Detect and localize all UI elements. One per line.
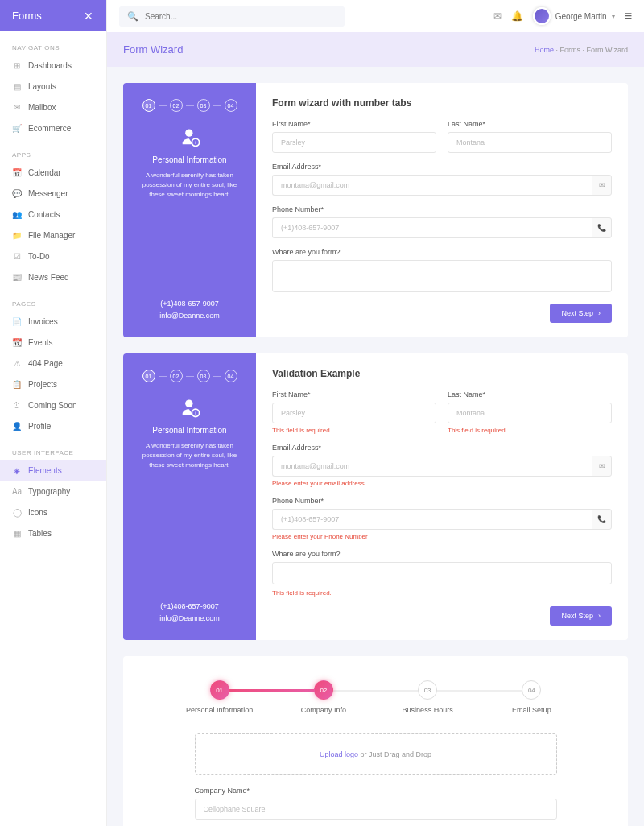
step-4[interactable]: 04 xyxy=(225,370,237,382)
wizard-side: 01 02 03 04 i Personal Information A won… xyxy=(123,353,256,640)
first-name-input[interactable] xyxy=(272,132,436,153)
step-3[interactable]: 03 xyxy=(197,99,210,112)
collapse-icon[interactable]: ✕ xyxy=(83,10,94,22)
sidebar-item-dashboards[interactable]: ⊞Dashboards xyxy=(0,55,106,76)
sidebar-item-label: Dashboards xyxy=(28,61,72,70)
error-text: This field is required. xyxy=(272,427,436,434)
hstep-indicator: 01 Personal Information 02 Company Info … xyxy=(167,680,584,714)
phone-label: Phone Number* xyxy=(272,497,612,505)
sidebar-item-label: Messenger xyxy=(28,189,68,198)
sidebar-item-label: Calendar xyxy=(28,168,61,177)
sidebar-item-coming-soon[interactable]: ⏱Coming Soon xyxy=(0,394,106,415)
sidebar-item-layouts[interactable]: ▤Layouts xyxy=(0,76,106,97)
sidebar-item-icons[interactable]: ◯Icons xyxy=(0,502,106,522)
user-menu[interactable]: George Martin ▾ xyxy=(533,7,615,25)
chevron-right-icon: › xyxy=(598,309,601,317)
mail-icon[interactable]: ✉ xyxy=(493,10,502,22)
step-1[interactable]: 01 xyxy=(142,99,155,112)
hstep-3[interactable]: 03 Business Hours xyxy=(376,680,480,714)
sidebar-item-ecommerce[interactable]: 🛒Ecommerce xyxy=(0,118,106,138)
upload-logo-zone[interactable]: Upload logo or Just Drag and Drop xyxy=(195,733,557,775)
nav-heading: PAGES xyxy=(0,297,106,311)
sidebar-item-404-page[interactable]: ⚠404 Page xyxy=(0,353,106,374)
last-name-label: Last Name* xyxy=(448,390,612,399)
hstep-4[interactable]: 04 Email Setup xyxy=(480,680,584,714)
typography-icon: Aa xyxy=(12,486,22,496)
where-input[interactable] xyxy=(272,260,612,292)
sidebar-item-label: 404 Page xyxy=(28,359,63,368)
chevron-down-icon: ▾ xyxy=(612,13,615,20)
to-do-icon: ☑ xyxy=(12,251,22,261)
phone-input[interactable] xyxy=(272,217,592,238)
wizard-validation: 01 02 03 04 i Personal Information A won… xyxy=(123,353,628,640)
sidebar-item-label: Elements xyxy=(28,466,62,475)
sidebar-item-invoices[interactable]: 📄Invoices xyxy=(0,311,106,332)
side-contact: (+1)408-657-9007 info@Deanne.com xyxy=(159,536,220,624)
step-2[interactable]: 02 xyxy=(170,370,183,382)
first-name-label: First Name* xyxy=(272,120,436,128)
where-input[interactable] xyxy=(272,562,612,584)
sidebar-item-messenger[interactable]: 💬Messenger xyxy=(0,183,106,204)
events-icon: 📆 xyxy=(12,337,22,347)
sidebar-item-label: To-Do xyxy=(28,252,50,261)
ecommerce-icon: 🛒 xyxy=(12,123,22,133)
step-3[interactable]: 03 xyxy=(197,370,210,382)
next-step-button[interactable]: Next Step› xyxy=(550,304,612,323)
sidebar-item-contacts[interactable]: 👥Contacts xyxy=(0,204,106,225)
search-input[interactable] xyxy=(145,12,336,21)
phone-label: Phone Number* xyxy=(272,205,612,213)
avatar xyxy=(533,7,551,25)
notification-icon[interactable]: 🔔 xyxy=(511,10,523,22)
icons-icon: ◯ xyxy=(12,507,22,517)
sidebar-item-mailbox[interactable]: ✉Mailbox xyxy=(0,97,106,118)
layouts-icon: ▤ xyxy=(12,81,22,91)
user-name: George Martin xyxy=(555,12,607,21)
next-step-button[interactable]: Next Step› xyxy=(550,606,612,626)
sidebar-item-file-manager[interactable]: 📁File Manager xyxy=(0,225,106,246)
last-name-label: Last Name* xyxy=(448,120,612,128)
phone-input[interactable] xyxy=(272,509,592,530)
card-title: Validation Example xyxy=(272,368,612,379)
sidebar-item-profile[interactable]: 👤Profile xyxy=(0,415,106,436)
tables-icon: ▦ xyxy=(12,528,22,538)
email-input[interactable] xyxy=(272,456,592,477)
side-title: Personal Information xyxy=(152,426,226,435)
chevron-right-icon: › xyxy=(598,612,601,620)
email-input[interactable] xyxy=(272,175,592,196)
hstep-1[interactable]: 01 Personal Information xyxy=(167,680,271,714)
step-4[interactable]: 04 xyxy=(225,99,237,112)
nav-heading: USER INTERFACE xyxy=(0,446,106,460)
sidebar-item-label: Events xyxy=(28,338,53,347)
projects-icon: 📋 xyxy=(12,379,22,389)
last-name-input[interactable] xyxy=(448,132,612,153)
hamburger-icon[interactable]: ≡ xyxy=(625,9,632,23)
sidebar-item-news-feed[interactable]: 📰News Feed xyxy=(0,266,106,287)
hstep-2[interactable]: 02 Company Info xyxy=(271,680,375,714)
sidebar-item-typography[interactable]: AaTypography xyxy=(0,481,106,502)
wizard-number-tabs: 01 02 03 04 i Personal Information A won… xyxy=(123,83,628,337)
user-info-icon: i xyxy=(179,126,201,149)
breadcrumb-home[interactable]: Home xyxy=(535,46,554,54)
step-1[interactable]: 01 xyxy=(142,370,155,382)
sidebar-item-label: Icons xyxy=(28,508,47,517)
404-page-icon: ⚠ xyxy=(12,358,22,368)
sidebar-item-to-do[interactable]: ☑To-Do xyxy=(0,246,106,266)
svg-text:i: i xyxy=(195,140,196,145)
last-name-input[interactable] xyxy=(448,403,612,423)
first-name-input[interactable] xyxy=(272,403,436,423)
sidebar: Forms ✕ NAVIGATIONS⊞Dashboards▤Layouts✉M… xyxy=(0,0,107,826)
news-feed-icon: 📰 xyxy=(12,272,22,282)
company-name-input[interactable] xyxy=(195,799,557,820)
sidebar-item-tables[interactable]: ▦Tables xyxy=(0,522,106,543)
search-icon: 🔍 xyxy=(127,11,138,22)
nav-heading: APPS xyxy=(0,148,106,162)
sidebar-item-calendar[interactable]: 📅Calendar xyxy=(0,162,106,183)
sidebar-item-projects[interactable]: 📋Projects xyxy=(0,374,106,394)
error-text: This field is required. xyxy=(272,589,612,597)
search-box[interactable]: 🔍 xyxy=(119,6,345,27)
elements-icon: ◈ xyxy=(12,465,22,475)
step-2[interactable]: 02 xyxy=(170,99,183,112)
where-label: Whare are you form? xyxy=(272,248,612,256)
sidebar-item-elements[interactable]: ◈Elements xyxy=(0,460,106,481)
sidebar-item-events[interactable]: 📆Events xyxy=(0,332,106,353)
